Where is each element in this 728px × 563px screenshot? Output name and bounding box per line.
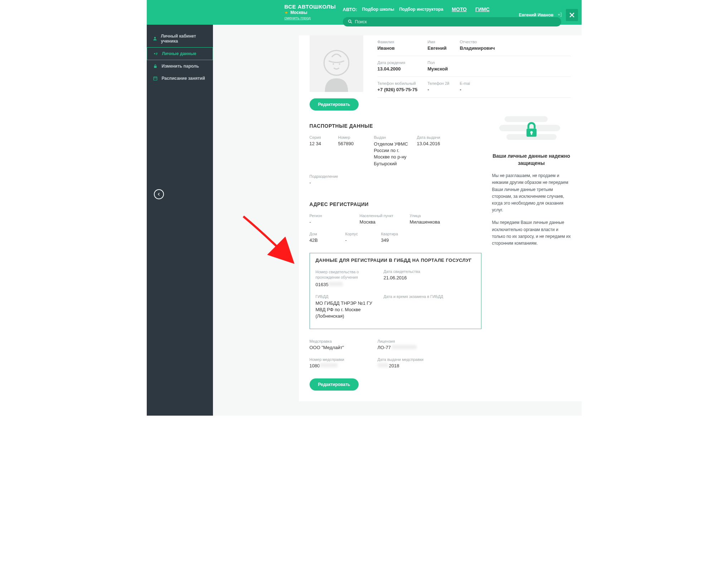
mednum-label: Номер медсправки: [310, 357, 370, 362]
building-label: Корпус: [345, 232, 374, 236]
id-icon: [153, 51, 159, 56]
profile-card: Редактировать ФамилияИванов ИмяЕвгений О…: [299, 35, 582, 401]
dept-value: МО ГИБДД ТНРЭР №1 ГУ МВД РФ по г. Москве…: [316, 300, 377, 320]
phone-value: +7 (926) 075-75-75: [378, 87, 428, 92]
name-label: Имя: [428, 40, 460, 44]
sidebar-item-cabinet[interactable]: Личный кабинет ученика: [147, 30, 213, 47]
top-nav: АВТО: Подбор школы Подбор инструктора МО…: [343, 6, 490, 12]
issued-value: Отделом УФМС России по г. Москве по р-ну…: [374, 141, 410, 167]
brand: ВСЕ АВТОШКОЛЫ ★ Москвы сменить город: [285, 4, 336, 20]
user-area: Евгений Иванов: [519, 9, 578, 21]
svg-rect-18: [531, 132, 532, 135]
svg-rect-11: [154, 77, 157, 80]
user-icon: [152, 36, 157, 41]
logout-icon[interactable]: [557, 12, 562, 18]
city-value: Москва: [360, 219, 403, 225]
search-icon: [348, 19, 352, 25]
edit-profile-button[interactable]: Редактировать: [310, 98, 359, 111]
sidebar-collapse-handle[interactable]: [154, 189, 164, 199]
series-label: Серия: [310, 135, 331, 139]
cert-label: Номер свидетельства о прохождении обучен…: [316, 269, 377, 280]
gender-label: Пол: [428, 60, 478, 65]
region-label: Регион: [310, 214, 353, 218]
edit-docs-button[interactable]: Редактировать: [310, 378, 359, 391]
sidebar-label: Личные данные: [162, 51, 196, 56]
user-name[interactable]: Евгений Иванов: [519, 13, 554, 18]
issued-label: Выдан: [374, 135, 410, 139]
pdiv-label: Подразделение: [310, 174, 338, 178]
medref-label: Медсправка: [310, 339, 370, 343]
mednum-value: 1080: [310, 363, 370, 368]
lic-label: Лицензия: [378, 339, 417, 343]
svg-rect-8: [156, 54, 157, 54]
avatar-icon: [317, 45, 356, 92]
dob-value: 13.04.2000: [378, 66, 428, 72]
gibdd-title: ДАННЫЕ ДЛЯ РЕГИСТРАЦИИ В ГИБДД НА ПОРТАЛ…: [316, 258, 475, 263]
svg-rect-10: [154, 66, 156, 68]
svg-point-15: [339, 63, 340, 65]
series-value: 12 34: [310, 141, 331, 146]
nav-school-link[interactable]: Подбор школы: [362, 7, 394, 12]
sidebar-item-schedule[interactable]: Расписание занятий: [147, 72, 213, 84]
nav-instructor-link[interactable]: Подбор инструктора: [399, 7, 443, 12]
dob-label: Дата рождения: [378, 60, 428, 65]
lock-icon: [152, 64, 158, 69]
svg-point-6: [154, 53, 155, 54]
email-label: E-mai: [460, 81, 481, 85]
address-title: АДРЕС РЕГИСТРАЦИИ: [310, 201, 481, 207]
sidebar-item-personal[interactable]: Личные данные: [147, 47, 213, 60]
avatar-placeholder: [310, 35, 363, 92]
content-area: Редактировать ФамилияИванов ИмяЕвгений О…: [213, 25, 582, 416]
phone2-value: -: [428, 87, 460, 92]
star-icon: ★: [285, 10, 288, 15]
exam-label: Дата и время экзамена в ГИБДД: [384, 294, 443, 299]
pnumber-label: Номер: [338, 135, 367, 139]
patronymic-value: Владимирович: [460, 45, 510, 51]
cert-date-value: 21.06.2016: [384, 275, 420, 280]
building-value: -: [345, 238, 374, 243]
svg-point-5: [154, 37, 156, 39]
house-label: Дом: [310, 232, 338, 236]
svg-line-1: [350, 22, 352, 23]
lock-icon: [524, 121, 539, 140]
change-city-link[interactable]: сменить город: [285, 16, 336, 20]
svg-rect-7: [156, 53, 157, 53]
pdate-label: Дата выдачи: [417, 135, 453, 139]
cert-date-label: Дата свидетельства: [384, 269, 420, 274]
phone-label: Телефон мобильный: [378, 81, 428, 85]
phone2-label: Телефон 2й: [428, 81, 460, 85]
meddate-label: Дата выдачи медсправки: [378, 357, 424, 362]
lic-value: ЛО-77: [378, 345, 417, 350]
flat-value: 349: [381, 238, 398, 243]
close-button[interactable]: [566, 9, 578, 21]
pdate-value: 13.04.2016: [417, 141, 453, 146]
street-value: Милашенкова: [410, 219, 440, 225]
patronymic-label: Отчество: [460, 40, 510, 44]
sidebar-item-password[interactable]: Изменить пароль: [147, 60, 213, 72]
svg-rect-9: [156, 54, 157, 55]
name-value: Евгений: [428, 45, 460, 51]
gender-value: Мужской: [428, 66, 478, 72]
sidebar-label: Личный кабинет ученика: [161, 34, 207, 44]
cert-value: 01635: [316, 282, 377, 287]
svg-point-14: [333, 63, 334, 65]
city-label: Населенный пункт: [360, 214, 403, 218]
privacy-text-2: Мы передаем Ваши личные данные исключите…: [492, 219, 571, 247]
email-value: -: [460, 87, 481, 92]
nav-moto-link[interactable]: МОТО: [452, 6, 467, 12]
sidebar: Личный кабинет ученика Личные данные Изм…: [147, 25, 213, 416]
surname-label: Фамилия: [378, 40, 428, 44]
privacy-badge: [498, 114, 566, 146]
nav-gims-link[interactable]: ГИМС: [475, 6, 490, 12]
privacy-text-1: Мы не разглашаем, не продаем и никаким д…: [492, 172, 571, 214]
brand-city: Москвы: [290, 10, 307, 15]
house-value: 42В: [310, 238, 338, 243]
svg-point-0: [348, 20, 351, 22]
region-value: -: [310, 219, 353, 225]
street-label: Улица: [410, 214, 440, 218]
privacy-title: Ваши личные данные надежно защищены: [492, 153, 571, 167]
sidebar-label: Изменить пароль: [162, 64, 199, 69]
pnumber-value: 567890: [338, 141, 367, 146]
nav-auto-label: АВТО:: [343, 7, 357, 12]
surname-value: Иванов: [378, 45, 428, 51]
